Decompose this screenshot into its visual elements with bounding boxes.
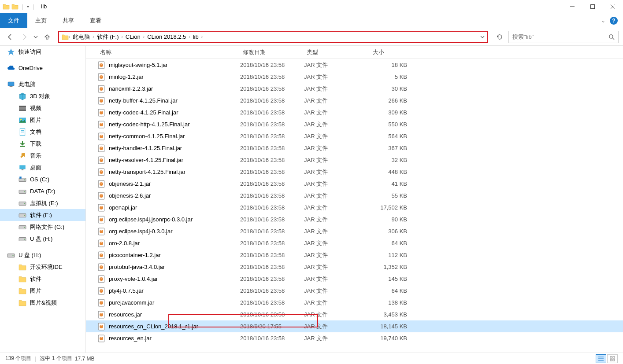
- file-name: netty-codec-4.1.25.Final.jar: [109, 109, 178, 116]
- nav-icon: [19, 128, 26, 136]
- sidebar-quick-access[interactable]: 快速访问: [0, 46, 85, 58]
- search-box[interactable]: [508, 31, 619, 43]
- share-tab[interactable]: 共享: [55, 13, 82, 28]
- column-name[interactable]: 名称: [97, 48, 240, 56]
- sidebar-item[interactable]: DATA (D:): [0, 185, 85, 197]
- thumbnails-view-button[interactable]: [607, 354, 618, 363]
- sidebar-item[interactable]: OS (C:): [0, 173, 85, 185]
- file-row[interactable]: resources_en.jar2018/10/16 23:58JAR 文件19…: [86, 332, 623, 344]
- jar-icon: [97, 73, 105, 81]
- help-icon[interactable]: ?: [610, 17, 618, 25]
- file-row[interactable]: resources_cn_CLion_2018.1_r1.jar2018/9/2…: [86, 320, 623, 332]
- search-icon[interactable]: [608, 34, 615, 40]
- back-button[interactable]: [4, 31, 16, 43]
- file-row[interactable]: objenesis-2.6.jar2018/10/16 23:58JAR 文件5…: [86, 190, 623, 202]
- file-row[interactable]: org.eclipse.lsp4j.jsonrpc-0.3.0.jar2018/…: [86, 213, 623, 225]
- maximize-button[interactable]: [582, 0, 603, 13]
- breadcrumb-segment[interactable]: CLion 2018.2.5: [145, 32, 189, 42]
- qat-dropdown[interactable]: ▾: [27, 4, 29, 9]
- search-input[interactable]: [512, 33, 608, 40]
- address-dropdown[interactable]: [477, 32, 487, 42]
- file-row[interactable]: openapi.jar2018/10/16 23:58JAR 文件17,502 …: [86, 202, 623, 213]
- recent-dropdown[interactable]: [33, 31, 39, 43]
- file-row[interactable]: protobuf-java-3.4.0.jar2018/10/16 23:58J…: [86, 261, 623, 273]
- file-row[interactable]: oro-2.0.8.jar2018/10/16 23:58JAR 文件64 KB: [86, 237, 623, 249]
- sidebar-usb[interactable]: U 盘 (H:): [0, 249, 85, 261]
- file-type: JAR 文件: [304, 263, 370, 271]
- minimize-button[interactable]: [562, 0, 582, 13]
- file-row[interactable]: netty-codec-4.1.25.Final.jar2018/10/16 2…: [86, 107, 623, 118]
- sidebar-item[interactable]: 下载: [0, 138, 85, 150]
- jar-icon: [97, 109, 105, 117]
- jar-icon: [97, 251, 105, 259]
- forward-button[interactable]: [19, 31, 30, 43]
- sidebar-item[interactable]: 图片: [0, 114, 85, 126]
- sidebar-item[interactable]: 网络文件 (G:): [0, 221, 85, 233]
- sidebar-onedrive[interactable]: OneDrive: [0, 62, 85, 74]
- file-date: 2018/10/16 23:58: [240, 169, 304, 175]
- file-name: objenesis-2.1.jar: [109, 180, 151, 187]
- column-date[interactable]: 修改日期: [240, 48, 304, 56]
- jar-icon: [97, 275, 105, 283]
- sidebar-item[interactable]: 文档: [0, 126, 85, 138]
- breadcrumb-segment[interactable]: 软件 (F:): [94, 32, 122, 42]
- sidebar-this-pc[interactable]: 此电脑: [0, 78, 85, 90]
- sidebar-item[interactable]: 音乐: [0, 150, 85, 162]
- sidebar-item[interactable]: 软件: [0, 273, 85, 285]
- ribbon-expand-icon[interactable]: ⌄: [601, 18, 605, 24]
- sidebar-item[interactable]: 3D 对象: [0, 90, 85, 102]
- address-bar[interactable]: ›此电脑›软件 (F:)›CLion›CLion 2018.2.5›lib›: [58, 31, 488, 43]
- file-row[interactable]: netty-resolver-4.1.25.Final.jar2018/10/1…: [86, 154, 623, 166]
- sidebar-item-label: 视频: [30, 104, 41, 112]
- up-button[interactable]: [41, 31, 53, 43]
- close-button[interactable]: [603, 0, 623, 13]
- file-row[interactable]: netty-transport-4.1.25.Final.jar2018/10/…: [86, 166, 623, 178]
- file-size: 367 KB: [370, 145, 410, 151]
- file-date: 2018/10/16 23:58: [240, 180, 304, 187]
- breadcrumb-segment[interactable]: CLion: [123, 32, 143, 42]
- folder-open-icon[interactable]: [11, 3, 19, 10]
- sidebar-item[interactable]: U 盘 (H:): [0, 233, 85, 245]
- sidebar-item[interactable]: 软件 (F:): [0, 209, 85, 221]
- file-tab[interactable]: 文件: [0, 13, 27, 28]
- file-row[interactable]: miglayout-swing-5.1.jar2018/10/16 23:58J…: [86, 59, 623, 71]
- sidebar-item[interactable]: 图片&视频: [0, 297, 85, 309]
- refresh-button[interactable]: [493, 31, 506, 43]
- file-date: 2018/10/16 23:58: [240, 62, 304, 68]
- file-row[interactable]: resources.jar2018/10/16 23:58JAR 文件3,453…: [86, 309, 623, 320]
- file-row[interactable]: proxy-vole-1.0.4.jar2018/10/16 23:58JAR …: [86, 273, 623, 285]
- details-view-button[interactable]: [596, 354, 606, 363]
- file-row[interactable]: netty-buffer-4.1.25.Final.jar2018/10/16 …: [86, 95, 623, 107]
- breadcrumb-icon[interactable]: [62, 33, 69, 40]
- sidebar-item[interactable]: 虚拟机 (E:): [0, 197, 85, 209]
- breadcrumb-sep[interactable]: ›: [201, 34, 203, 39]
- file-row[interactable]: nanoxml-2.2.3.jar2018/10/16 23:58JAR 文件3…: [86, 83, 623, 95]
- sidebar-item[interactable]: 开发环境IDE: [0, 261, 85, 273]
- file-row[interactable]: netty-handler-4.1.25.Final.jar2018/10/16…: [86, 142, 623, 154]
- window-title: lib: [41, 3, 47, 10]
- navigation-pane[interactable]: 快速访问 OneDrive 此电脑 3D 对象视频图片文档下载音乐桌面OS (C…: [0, 46, 86, 353]
- home-tab[interactable]: 主页: [27, 13, 55, 28]
- jar-icon: [97, 61, 105, 69]
- sidebar-item[interactable]: 图片: [0, 285, 85, 297]
- sidebar-item-label: 文档: [30, 128, 41, 136]
- file-list[interactable]: miglayout-swing-5.1.jar2018/10/16 23:58J…: [86, 59, 623, 353]
- file-row[interactable]: purejavacomm.jar2018/10/16 23:58JAR 文件13…: [86, 297, 623, 309]
- breadcrumb-segment[interactable]: lib: [190, 32, 201, 42]
- jar-icon: [97, 228, 105, 235]
- file-name: miglayout-swing-5.1.jar: [109, 62, 168, 68]
- file-row[interactable]: netty-common-4.1.25.Final.jar2018/10/16 …: [86, 130, 623, 142]
- file-row[interactable]: minlog-1.2.jar2018/10/16 23:58JAR 文件5 KB: [86, 71, 623, 83]
- file-row[interactable]: objenesis-2.1.jar2018/10/16 23:58JAR 文件4…: [86, 178, 623, 190]
- sidebar-item[interactable]: 桌面: [0, 162, 85, 173]
- file-row[interactable]: picocontainer-1.2.jar2018/10/16 23:58JAR…: [86, 249, 623, 261]
- status-item-count: 139 个项目: [5, 355, 31, 362]
- column-type[interactable]: 类型: [304, 48, 370, 56]
- file-row[interactable]: org.eclipse.lsp4j-0.3.0.jar2018/10/16 23…: [86, 225, 623, 237]
- view-tab[interactable]: 查看: [82, 13, 109, 28]
- breadcrumb-segment[interactable]: 此电脑: [70, 32, 93, 42]
- sidebar-item[interactable]: 视频: [0, 102, 85, 114]
- file-row[interactable]: netty-codec-http-4.1.25.Final.jar2018/10…: [86, 118, 623, 130]
- file-row[interactable]: pty4j-0.7.5.jar2018/10/16 23:58JAR 文件64 …: [86, 285, 623, 297]
- column-size[interactable]: 大小: [370, 48, 410, 56]
